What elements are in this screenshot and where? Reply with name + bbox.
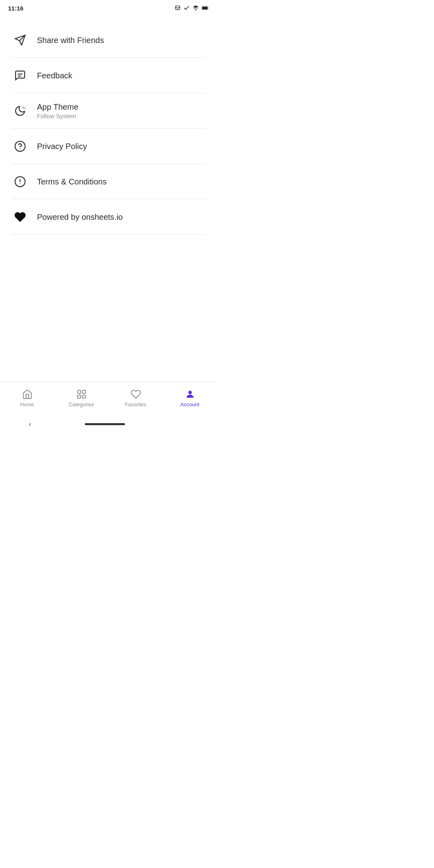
favorites-nav-label: Favorites xyxy=(125,401,146,407)
svg-point-8 xyxy=(23,107,24,108)
back-button[interactable]: ‹ xyxy=(25,416,35,432)
favorites-icon xyxy=(130,389,141,400)
feedback-icon xyxy=(11,67,29,84)
menu-list: Share with Friends Feedback App Theme xyxy=(0,23,217,235)
terms-label: Terms & Conditions xyxy=(37,177,106,186)
check-icon xyxy=(183,5,190,11)
gesture-bar-area: ‹ xyxy=(0,414,217,434)
home-icon xyxy=(22,389,33,400)
home-nav-label: Home xyxy=(20,401,34,407)
send-icon xyxy=(11,31,29,49)
privacy-icon xyxy=(11,137,29,155)
account-nav-label: Account xyxy=(180,401,199,407)
share-label: Share with Friends xyxy=(37,36,104,45)
svg-point-11 xyxy=(15,141,25,151)
notification-icon xyxy=(174,5,181,11)
svg-rect-0 xyxy=(176,6,180,10)
nav-categories[interactable]: Categories xyxy=(54,389,108,407)
account-icon xyxy=(184,389,196,400)
nav-favorites[interactable]: Favorites xyxy=(108,389,163,407)
battery-icon xyxy=(202,5,209,11)
svg-point-1 xyxy=(195,10,196,11)
svg-rect-3 xyxy=(203,7,207,9)
powered-by-item[interactable]: Powered by onsheets.io xyxy=(0,199,217,235)
app-theme-item[interactable]: App Theme Follow System xyxy=(0,93,217,129)
svg-rect-18 xyxy=(78,395,81,398)
heart-icon xyxy=(11,208,29,226)
categories-icon xyxy=(76,389,87,400)
theme-label: App Theme xyxy=(37,102,78,112)
feedback-item[interactable]: Feedback xyxy=(0,58,217,93)
theme-icon xyxy=(11,102,29,120)
nav-account[interactable]: Account xyxy=(163,389,217,407)
terms-icon xyxy=(11,173,29,190)
gesture-pill xyxy=(85,423,125,425)
status-bar: 11:16 xyxy=(0,0,217,14)
wifi-icon xyxy=(192,5,199,11)
terms-conditions-item[interactable]: Terms & Conditions xyxy=(0,164,217,199)
svg-rect-16 xyxy=(78,390,81,393)
svg-rect-17 xyxy=(82,390,86,393)
bottom-nav: Home Categories Favorites xyxy=(0,382,217,414)
svg-point-9 xyxy=(24,108,25,109)
share-with-friends-item[interactable]: Share with Friends xyxy=(0,23,217,58)
feedback-label: Feedback xyxy=(37,71,72,80)
categories-nav-label: Categories xyxy=(69,401,94,407)
svg-point-10 xyxy=(25,107,26,108)
nav-home[interactable]: Home xyxy=(0,389,54,407)
privacy-label: Privacy Policy xyxy=(37,142,87,151)
svg-point-20 xyxy=(188,391,192,394)
privacy-policy-item[interactable]: Privacy Policy xyxy=(0,129,217,164)
status-time: 11:16 xyxy=(8,5,23,12)
svg-rect-19 xyxy=(82,395,86,398)
status-icons xyxy=(174,5,209,11)
theme-sublabel: Follow System xyxy=(37,113,78,119)
powered-label: Powered by onsheets.io xyxy=(37,213,123,222)
